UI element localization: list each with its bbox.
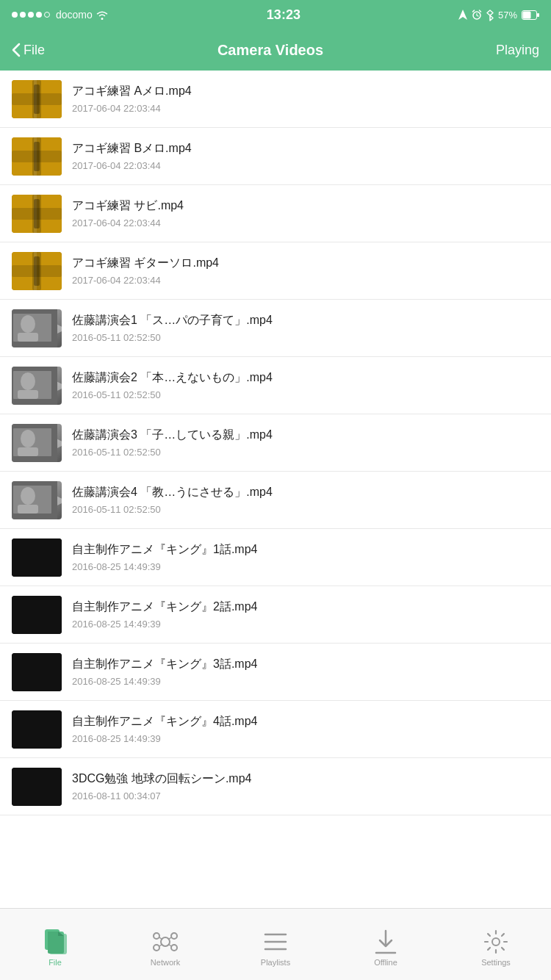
svg-rect-40 [12,768,62,806]
video-item[interactable]: 佐藤講演会3 「子…している親」.mp42016-05-11 02:52:50 [0,414,551,472]
tab-settings-label: Settings [481,958,511,967]
video-info: アコギ練習 ギターソロ.mp42017-06-04 22:03:44 [72,256,539,286]
status-bar: docomo 13:23 57% [0,0,551,29]
svg-point-26 [21,372,35,390]
video-date: 2016-08-25 14:49:39 [72,561,539,572]
video-thumbnail [12,80,62,118]
svg-rect-11 [34,137,37,176]
playing-button[interactable]: Playing [496,43,539,58]
svg-rect-37 [12,596,62,634]
video-thumbnail [12,710,62,749]
back-button[interactable]: File [12,43,45,58]
video-info: 佐藤講演会3 「子…している親」.mp42016-05-11 02:52:50 [72,428,539,458]
bluetooth-icon [486,10,494,20]
video-item[interactable]: 自主制作アニメ『キング』1話.mp42016-08-25 14:49:39 [0,529,551,586]
tab-file-label: File [48,958,62,967]
offline-icon [375,929,397,954]
video-item[interactable]: 佐藤講演会1 「ス…パの子育て」.mp42016-05-11 02:52:50 [0,300,551,357]
video-title: アコギ練習 Bメロ.mp4 [72,141,539,156]
video-info: 自主制作アニメ『キング』1話.mp42016-08-25 14:49:39 [72,542,539,572]
video-date: 2016-08-25 14:49:39 [72,619,539,630]
tab-bar: File Network Pla [0,908,551,980]
nav-bar: File Camera Videos Playing [0,29,551,71]
carrier-label: docomo [56,9,93,21]
video-info: アコギ練習 Bメロ.mp42017-06-04 22:03:44 [72,141,539,171]
video-info: アコギ練習 サビ.mp42017-06-04 22:03:44 [72,198,539,228]
video-date: 2016-08-25 14:49:39 [72,676,539,687]
file-tab-icon [42,929,68,955]
video-title: アコギ練習 サビ.mp4 [72,198,539,214]
video-thumbnail [12,367,62,405]
dot-1 [12,12,18,18]
svg-point-45 [154,933,159,939]
video-info: 佐藤講演会4 「教…うにさせる」.mp42016-05-11 02:52:50 [72,485,539,515]
video-thumbnail [12,137,62,176]
video-date: 2016-05-11 02:52:50 [72,389,539,400]
battery-icon [522,10,539,20]
video-item[interactable]: 佐藤講演会2 「本…えないもの」.mp42016-05-11 02:52:50 [0,357,551,414]
video-item[interactable]: 佐藤講演会4 「教…うにさせる」.mp42016-05-11 02:52:50 [0,472,551,529]
video-date: 2017-06-04 22:03:44 [72,103,539,114]
video-item[interactable]: 自主制作アニメ『キング』3話.mp42016-08-25 14:49:39 [0,644,551,701]
battery-label: 57% [498,10,517,21]
video-item[interactable]: 自主制作アニメ『キング』2話.mp42016-08-25 14:49:39 [0,586,551,644]
dot-4 [36,12,42,18]
signal-dots [12,12,50,18]
status-left: docomo [12,9,109,21]
svg-rect-7 [34,80,37,118]
playlists-icon [264,932,287,952]
tab-file[interactable]: File [0,923,110,967]
settings-tab-icon [483,929,509,955]
dot-2 [20,12,26,18]
tab-settings[interactable]: Settings [441,923,551,967]
video-thumbnail [12,596,62,634]
video-title: アコギ練習 Aメロ.mp4 [72,84,539,99]
svg-rect-31 [18,447,38,456]
video-thumbnail [12,309,62,347]
tab-playlists-label: Playlists [261,958,290,967]
video-title: 佐藤講演会4 「教…うにさせる」.mp4 [72,485,539,500]
video-title: 3DCG勉強 地球の回転シーン.mp4 [72,771,539,787]
video-info: 自主制作アニメ『キング』3話.mp42016-08-25 14:49:39 [72,657,539,687]
svg-rect-10 [12,151,62,162]
video-item[interactable]: 自主制作アニメ『キング』4話.mp42016-08-25 14:49:39 [0,701,551,758]
tab-playlists[interactable]: Playlists [220,923,331,967]
video-title: アコギ練習 ギターソロ.mp4 [72,256,539,271]
video-info: アコギ練習 Aメロ.mp42017-06-04 22:03:44 [72,84,539,114]
alarm-icon [472,10,482,20]
location-icon [458,10,467,20]
video-item[interactable]: アコギ練習 ギターソロ.mp42017-06-04 22:03:44 [0,242,551,300]
playlists-tab-icon [262,929,289,955]
video-title: 佐藤講演会2 「本…えないもの」.mp4 [72,370,539,386]
video-title: 自主制作アニメ『キング』3話.mp4 [72,657,539,672]
video-info: 3DCG勉強 地球の回転シーン.mp42016-08-11 00:34:07 [72,771,539,801]
video-info: 佐藤講演会2 「本…えないもの」.mp42016-05-11 02:52:50 [72,370,539,400]
video-item[interactable]: アコギ練習 Bメロ.mp42017-06-04 22:03:44 [0,128,551,185]
svg-rect-2 [537,13,539,17]
svg-rect-38 [12,653,62,691]
svg-rect-27 [18,390,38,399]
video-title: 佐藤講演会1 「ス…パの子育て」.mp4 [72,313,539,328]
svg-point-57 [492,938,500,945]
svg-point-34 [21,487,35,505]
video-thumbnail [12,481,62,519]
video-item[interactable]: アコギ練習 Aメロ.mp42017-06-04 22:03:44 [0,71,551,128]
svg-point-30 [21,430,35,447]
tab-offline[interactable]: Offline [331,923,441,967]
svg-point-46 [171,933,177,939]
video-item[interactable]: 3DCG勉強 地球の回転シーン.mp42016-08-11 00:34:07 [0,758,551,815]
video-item[interactable]: アコギ練習 サビ.mp42017-06-04 22:03:44 [0,185,551,242]
video-title: 自主制作アニメ『キング』1話.mp4 [72,542,539,558]
video-date: 2016-05-11 02:52:50 [72,504,539,515]
video-info: 自主制作アニメ『キング』2話.mp42016-08-25 14:49:39 [72,599,539,630]
video-thumbnail [12,195,62,233]
tab-network[interactable]: Network [110,923,220,967]
network-tab-icon [152,929,179,955]
svg-point-22 [21,315,35,333]
settings-icon [483,929,508,954]
video-thumbnail [12,424,62,462]
wifi-icon [96,10,109,20]
video-date: 2016-05-11 02:52:50 [72,332,539,343]
svg-rect-15 [34,195,37,233]
video-thumbnail [12,538,62,577]
